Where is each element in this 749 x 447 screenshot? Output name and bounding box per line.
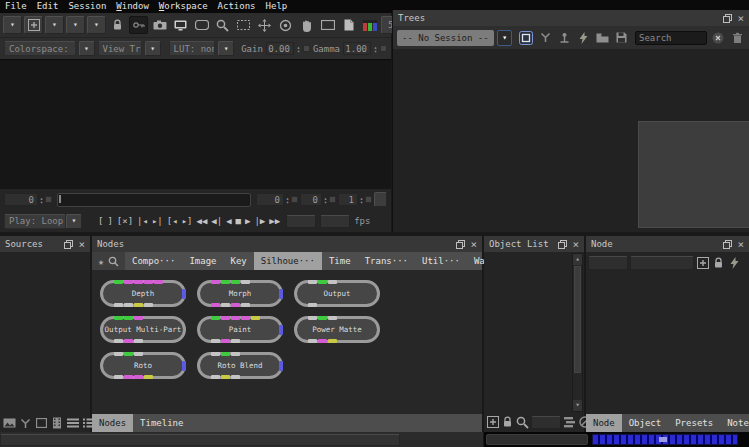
close-panel-icon[interactable]: × <box>78 239 85 250</box>
frame-rect-icon[interactable] <box>318 16 337 34</box>
stop-button[interactable]: ■ <box>234 211 243 231</box>
tool-dropdown-4[interactable]: ▾ <box>87 16 106 34</box>
node-morph[interactable]: Morph <box>197 280 283 307</box>
range-end-button[interactable] <box>365 196 372 203</box>
step-forward-button[interactable]: |▶ <box>252 211 267 231</box>
node-name-field[interactable] <box>588 256 628 270</box>
menu-help[interactable]: Help <box>266 0 288 13</box>
float-panel-icon[interactable] <box>64 240 73 249</box>
region-of-interest-icon[interactable] <box>234 16 253 34</box>
layers-icon[interactable] <box>563 414 576 430</box>
tab-object[interactable]: Object <box>622 414 669 432</box>
magnifier-icon[interactable] <box>213 16 232 34</box>
snapshot-camera-icon[interactable] <box>150 16 169 34</box>
add-box-button[interactable] <box>24 16 43 34</box>
tab-timeline[interactable]: Timeline <box>133 414 190 432</box>
image-icon[interactable] <box>2 416 16 430</box>
move-arrows-icon[interactable] <box>255 16 274 34</box>
close-panel-icon[interactable]: × <box>572 239 579 250</box>
gamma-reset-button[interactable] <box>380 45 387 52</box>
gamma-input[interactable]: 1.00 <box>343 42 371 55</box>
range-start-input[interactable]: 0 <box>256 193 284 206</box>
filter-y-icon[interactable] <box>537 30 553 46</box>
output-stand-icon[interactable] <box>556 30 572 46</box>
lut-dropdown-button[interactable]: ▾ <box>218 41 234 56</box>
goto-end-button[interactable]: ▸| <box>150 211 165 231</box>
play-button[interactable]: ▶ <box>243 211 252 231</box>
node-output-multi-part[interactable]: Output Multi-Part <box>100 316 186 343</box>
goto-work-start-button[interactable]: [◂ <box>165 211 180 231</box>
float-panel-icon[interactable] <box>723 14 732 23</box>
colorspace-dropdown-button[interactable]: ▾ <box>79 41 95 56</box>
play-reverse-button[interactable]: ◀ <box>224 211 233 231</box>
range-mid-button[interactable] <box>329 196 336 203</box>
box-icon[interactable] <box>34 416 48 430</box>
lock-icon[interactable] <box>108 16 127 34</box>
close-panel-icon[interactable]: × <box>737 13 744 24</box>
import-folder-icon[interactable] <box>594 30 610 46</box>
tab-node[interactable]: Node <box>586 414 622 432</box>
filter-y-icon[interactable] <box>18 416 32 430</box>
lut-combo[interactable]: LUT: none <box>169 41 216 56</box>
reset-work-range-button[interactable]: [×] <box>115 211 135 231</box>
render-lightning-icon[interactable] <box>575 30 591 46</box>
frame-key-button[interactable] <box>45 196 52 203</box>
menu-workspace[interactable]: Workspace <box>159 0 208 13</box>
rgb-channels-icon[interactable] <box>360 16 379 34</box>
scroll-up-icon[interactable]: ▴ <box>573 254 582 265</box>
close-panel-icon[interactable]: × <box>470 239 477 250</box>
range-end-stepper[interactable]: ▴▾ <box>360 196 363 204</box>
list-lines-icon[interactable] <box>66 416 80 430</box>
range-end-input[interactable]: 1 <box>338 193 358 206</box>
object-search-field[interactable] <box>531 416 561 429</box>
tab-compo[interactable]: Compo··· <box>125 252 182 270</box>
monitor-icon[interactable] <box>171 16 190 34</box>
play-mode-combo[interactable]: Play: Loop <box>4 214 66 229</box>
search-input[interactable] <box>635 31 707 45</box>
trees-tree-area[interactable] <box>393 49 749 232</box>
lock-icon[interactable] <box>712 255 725 271</box>
menu-actions[interactable]: Actions <box>218 0 256 13</box>
node-roto-blend[interactable]: Roto Blend <box>197 352 283 379</box>
step-back-button[interactable]: ◀| <box>209 211 224 231</box>
range-start-stepper[interactable]: ▴▾ <box>286 196 289 204</box>
tool-dropdown-2[interactable]: ▾ <box>45 16 64 34</box>
session-combo[interactable]: -- No Session -- <box>397 30 494 46</box>
tab-time[interactable]: Time <box>322 252 358 270</box>
favorites-star-icon[interactable]: ★ <box>98 256 104 267</box>
fps-field-2[interactable] <box>320 215 350 228</box>
viewer-canvas[interactable] <box>0 59 391 189</box>
rotate-view-icon[interactable] <box>276 16 295 34</box>
menu-file[interactable]: File <box>5 0 27 13</box>
search-nodes-icon[interactable] <box>108 256 119 267</box>
search-icon[interactable] <box>516 414 529 430</box>
add-icon[interactable] <box>486 414 499 430</box>
node-output[interactable]: Output <box>294 280 380 307</box>
node-roto[interactable]: Roto <box>100 352 186 379</box>
menu-edit[interactable]: Edit <box>37 0 59 13</box>
node-power-matte[interactable]: Power Matte <box>294 316 380 343</box>
fps-field-1[interactable] <box>286 215 316 228</box>
gain-reset-button[interactable] <box>303 45 310 52</box>
range-mid-input[interactable]: 0 <box>300 193 322 206</box>
float-panel-icon[interactable] <box>456 240 465 249</box>
key-icon[interactable] <box>129 16 148 34</box>
node-paint[interactable]: Paint <box>197 316 283 343</box>
menu-window[interactable]: Window <box>116 0 149 13</box>
tab-key[interactable]: Key <box>223 252 253 270</box>
gain-input[interactable]: 0.00 <box>266 42 294 55</box>
gain-stepper[interactable]: ▴▾ <box>297 45 300 53</box>
session-dropdown-button[interactable]: ▾ <box>497 30 512 46</box>
lightning-icon[interactable] <box>728 255 741 271</box>
tab-presets[interactable]: Presets <box>668 414 720 432</box>
float-panel-icon[interactable] <box>558 240 567 249</box>
view-transform-dropdown-button[interactable]: ▾ <box>145 41 161 56</box>
fast-forward-button[interactable]: ▶▶ <box>267 211 282 231</box>
playhead[interactable] <box>59 195 61 203</box>
save-icon[interactable] <box>613 30 629 46</box>
range-lock-button[interactable] <box>374 192 387 207</box>
goto-start-button[interactable]: |◂ <box>135 211 150 231</box>
close-panel-icon[interactable]: × <box>737 239 744 250</box>
goto-work-end-button[interactable]: ▸] <box>180 211 195 231</box>
range-start-button[interactable] <box>291 196 298 203</box>
